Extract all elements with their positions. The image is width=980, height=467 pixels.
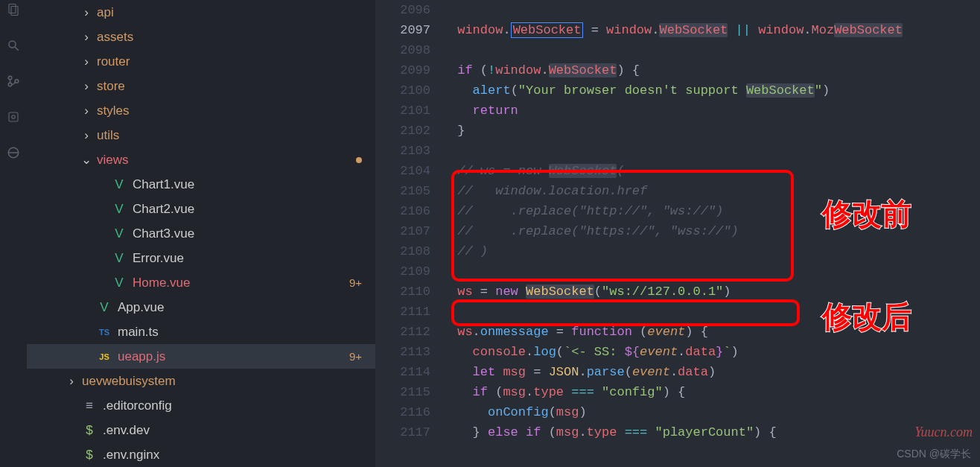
svg-point-2 [9,41,16,48]
activity-bar [0,0,27,467]
js-icon-icon: JS [97,352,112,361]
svg-line-3 [15,47,19,51]
tree-item-styles[interactable]: ›styles [27,98,375,123]
debug-icon[interactable] [5,109,22,125]
line-number: 2104 [375,161,430,181]
tree-item--env-nginx[interactable]: $.env.nginx [27,442,375,467]
line-number: 2096 [375,0,430,20]
tree-item-chart2-vue[interactable]: VChart2.vue [27,197,375,221]
tree-item-home-vue[interactable]: VHome.vue9+ [27,270,375,295]
tree-item-label: Chart1.vue [133,177,194,192]
code-line [450,0,980,20]
code-line: } [450,121,980,141]
svg-rect-7 [9,112,18,121]
line-number: 2109 [375,261,430,282]
tree-item-label: views [97,153,129,168]
tree-item--editorconfig[interactable]: ≡.editorconfig [27,393,375,418]
tree-item-app-vue[interactable]: VApp.vue [27,295,375,320]
code-line: if (!window.WebSocket) { [450,60,980,80]
line-number: 2111 [375,302,430,322]
tree-item-store[interactable]: ›store [27,74,375,98]
line-number: 2099 [375,60,430,80]
tree-item-label: main.ts [118,325,159,340]
tree-item-uevwebuisystem[interactable]: ›uevwebuisystem [27,369,375,393]
tree-item-chart1-vue[interactable]: VChart1.vue [27,172,375,197]
chevron-icon: ⌄ [80,152,92,168]
line-number: 2097 [375,20,430,40]
modified-dot-icon [356,157,362,163]
tree-item-label: Chart3.vue [133,226,194,241]
chevron-icon: › [80,30,92,45]
line-number: 2105 [375,181,430,201]
gear-icon-icon: ≡ [82,398,97,413]
tree-item-label: api [97,5,114,20]
code-line: // ws = new WebSocket( [450,161,980,181]
tree-item--env-dev[interactable]: $.env.dev [27,418,375,442]
scm-icon[interactable] [5,73,22,89]
search-icon[interactable] [5,37,22,54]
tree-item-chart3-vue[interactable]: VChart3.vue [27,221,375,246]
line-number: 2100 [375,80,430,101]
annotation-label-after: 修改后 [822,296,911,337]
tree-item-error-vue[interactable]: VError.vue [27,246,375,270]
ext-icon[interactable] [5,144,22,161]
dollar-icon-icon: $ [82,448,97,463]
dollar-icon-icon: $ [82,423,97,438]
tree-item-ueapp-js[interactable]: JSueapp.js9+ [27,344,375,369]
tree-item-label: Chart2.vue [133,202,194,217]
files-icon[interactable] [5,1,22,18]
line-number: 2113 [375,342,430,362]
tree-item-label: Home.vue [133,276,190,290]
chevron-icon: › [80,54,92,69]
line-number: 2115 [375,382,430,402]
code-line: alert("Your browser doesn't support WebS… [450,80,980,101]
code-editor: 2096209720982099210021012102210321042105… [375,0,980,467]
watermark: Yuucn.com [914,425,973,440]
chevron-icon: › [80,79,92,94]
tree-item-label: App.vue [118,300,164,315]
svg-point-4 [8,76,12,80]
line-number: 2107 [375,221,430,241]
vue-icon-icon: V [112,251,127,266]
tree-item-label: Error.vue [133,251,184,266]
vue-icon-icon: V [112,202,127,217]
tree-item-router[interactable]: ›router [27,49,375,74]
file-explorer: ›api›assets›router›store›styles›utils⌄vi… [27,0,375,467]
tree-item-label: .env.nginx [103,448,159,463]
code-line: let msg = JSON.parse(event.data) [450,362,980,382]
code-line: window.WebSocket = window.WebSocket || w… [450,20,980,40]
vue-icon-icon: V [112,177,127,192]
chevron-icon: › [80,128,92,143]
code-area[interactable]: 💡 window.WebSocket = window.WebSocket ||… [450,0,980,467]
vue-icon-icon: V [112,226,127,241]
tree-item-utils[interactable]: ›utils [27,123,375,147]
line-number: 2110 [375,282,430,302]
tree-item-label: uevwebuisystem [82,374,176,389]
tree-item-api[interactable]: ›api [27,0,375,25]
chevron-icon: › [66,374,77,389]
git-badge: 9+ [345,276,366,289]
attribution: CSDN @碳学长 [897,448,971,461]
line-number: 2108 [375,241,430,261]
line-number: 2098 [375,40,430,60]
tree-item-main-ts[interactable]: TSmain.ts [27,320,375,344]
line-number: 2106 [375,201,430,221]
line-number: 2117 [375,422,430,442]
tree-item-label: .editorconfig [103,398,172,413]
ts-icon-icon: TS [97,328,112,337]
line-number: 2112 [375,322,430,342]
tree-item-label: .env.dev [103,423,150,438]
code-line: if (msg.type === "config") { [450,382,980,402]
annotation-label-before: 修改前 [822,194,911,235]
line-number: 2103 [375,141,430,161]
line-number: 2116 [375,402,430,422]
tree-item-assets[interactable]: ›assets [27,25,375,49]
code-line: console.log(`<- SS: ${event.data}`) [450,342,980,362]
tree-item-views[interactable]: ⌄views [27,147,375,172]
chevron-icon: › [80,5,92,20]
chevron-icon: › [80,104,92,118]
vue-icon-icon: V [112,276,127,290]
tree-item-label: store [97,79,125,94]
code-line: onConfig(msg) [450,402,980,422]
svg-point-8 [12,115,16,119]
